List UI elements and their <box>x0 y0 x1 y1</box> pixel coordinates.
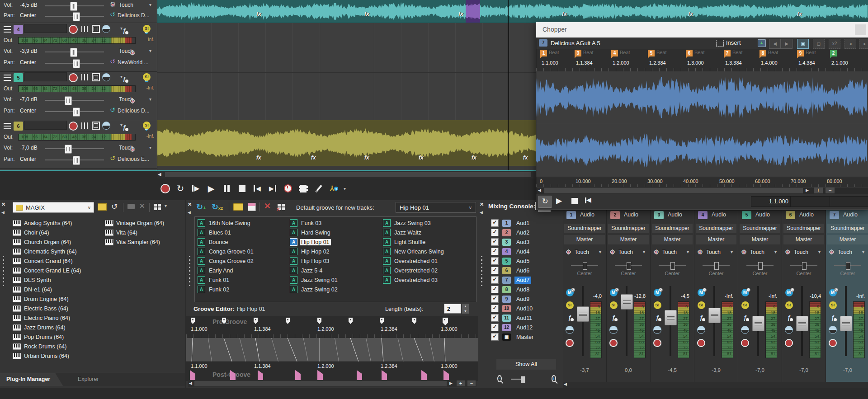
vol-value[interactable]: -3,9 dB <box>20 48 38 54</box>
output-device-button[interactable]: Soundmapper <box>740 224 780 233</box>
post-groove-marker[interactable] <box>357 370 362 380</box>
phase-icon[interactable] <box>102 25 110 33</box>
automation-mode-select[interactable]: Touch <box>696 248 736 257</box>
solo-icon[interactable]: S! <box>610 301 618 309</box>
strips-scrollbar[interactable]: ◀ <box>563 382 868 388</box>
channel-strip[interactable]: 4 Audio Soundmapper Master Touch Center <box>694 200 738 382</box>
groove-item[interactable]: AJazz Swing 02 <box>290 285 380 294</box>
playhead[interactable] <box>508 0 509 170</box>
pre-groove-marker[interactable] <box>412 318 416 324</box>
pan-slider-thumb[interactable] <box>627 262 631 270</box>
post-groove-area[interactable]: 1.1.0001.1.3841.2.0001.2.3841.3.000 Post… <box>186 361 478 381</box>
channel-strip[interactable]: 1 Audio Soundmapper Master Touch Center <box>563 200 607 382</box>
track-name-field[interactable] <box>24 24 67 33</box>
mixer-track-row[interactable]: 2 Aud2 <box>491 228 559 237</box>
drag-grip[interactable] <box>189 254 190 286</box>
pre-groove-marker[interactable] <box>286 318 290 324</box>
groove-item[interactable]: AHip Hop 03 <box>290 256 380 266</box>
mixer-track-row[interactable]: 11 Aud11 <box>491 313 559 323</box>
fx-chevron-icon[interactable] <box>120 25 123 31</box>
track-name[interactable]: Aud12 <box>514 324 534 331</box>
plugin-item[interactable]: Concert Grand (64) <box>13 256 103 266</box>
clone-groove-icon[interactable]: ↻x2 <box>212 202 223 212</box>
pan-slider-thumb[interactable] <box>73 156 80 165</box>
solo-icon[interactable]: S! <box>566 301 574 309</box>
close-icon[interactable]: ✕ <box>1 202 5 207</box>
mute-icon[interactable]: M <box>610 289 618 296</box>
arm-record-icon[interactable] <box>69 73 78 82</box>
freeze-arrow-icon[interactable]: ↺ <box>110 58 115 65</box>
channel-strip[interactable]: 5 Audio Soundmapper Master Touch Center <box>738 200 782 382</box>
clip-fx-icon[interactable]: fx <box>458 11 463 17</box>
pre-groove-ruler[interactable] <box>186 334 478 338</box>
collapse-icon[interactable]: ◀ <box>480 210 483 215</box>
play-from-start-button[interactable]: ▶ <box>190 183 202 194</box>
track-name[interactable]: Master <box>514 333 535 341</box>
drag-grip[interactable] <box>3 254 4 286</box>
zoom-slider[interactable] <box>511 379 525 380</box>
pan-slider-thumb[interactable] <box>73 59 80 68</box>
solo-icon[interactable]: S! <box>143 25 151 33</box>
refresh-button[interactable]: ↺ <box>111 202 118 211</box>
plugin-item[interactable]: Vita (64) <box>105 228 184 237</box>
mute-icon[interactable]: M <box>785 289 793 296</box>
close-icon[interactable]: ✕ <box>480 202 484 207</box>
post-groove-marker[interactable] <box>317 370 323 380</box>
clip-fx-icon[interactable]: fx <box>562 11 567 17</box>
arm-record-icon[interactable] <box>609 339 618 347</box>
fader-thumb[interactable] <box>752 316 764 331</box>
phase-icon[interactable] <box>785 326 793 334</box>
track-name[interactable]: Aud6 <box>514 267 531 274</box>
phase-icon[interactable] <box>829 326 837 334</box>
pan-slider-thumb[interactable] <box>73 12 80 21</box>
tab-explorer[interactable]: Explorer <box>69 373 108 386</box>
automation-settings-icon[interactable] <box>81 122 89 129</box>
channel-strip[interactable]: 2 Audio Soundmapper Master Touch Center <box>607 200 651 382</box>
groove-item[interactable]: A16th Note Swing <box>198 218 288 228</box>
vol-value[interactable]: -7,0 dB <box>20 96 38 103</box>
sample-ruler[interactable]: 010.00020.00030.00040.00050.00060.00070.… <box>536 177 868 187</box>
mixer-track-row[interactable]: 7 Aud7 <box>491 275 559 285</box>
freeze-arrow-icon[interactable]: ↺ <box>110 11 115 18</box>
pan-slider-thumb[interactable] <box>802 262 807 270</box>
remove-groove-from-tracks-icon[interactable]: ✕ <box>278 204 285 210</box>
play-button[interactable]: ▶ <box>205 183 217 194</box>
automation-mode-select[interactable]: Touch <box>609 248 648 257</box>
play-button[interactable]: ▶ <box>556 196 562 206</box>
region-icon[interactable] <box>92 122 100 130</box>
plugin-item[interactable]: Electric Bass (64) <box>13 304 103 313</box>
post-groove-marker[interactable] <box>190 370 195 380</box>
spin-down-icon[interactable]: ▼ <box>462 309 469 314</box>
groove-item[interactable]: AFunk 01 <box>198 275 288 285</box>
length-spinbox[interactable]: 2 <box>444 304 461 314</box>
prev-region-icon[interactable]: ◀ <box>769 39 781 49</box>
track-minimize-icon[interactable] <box>4 123 11 129</box>
arm-record-icon[interactable] <box>69 25 78 34</box>
output-bus-button[interactable]: Master <box>783 235 824 244</box>
solo-icon[interactable]: S! <box>785 301 793 309</box>
automation-mode-select[interactable]: Touch <box>740 248 780 257</box>
track-number-badge[interactable]: 6 <box>14 122 23 131</box>
go-to-end-button[interactable]: ▶ <box>267 183 278 194</box>
timeline-scrollbar[interactable]: ◀ <box>157 170 536 178</box>
pre-groove-marker[interactable] <box>254 318 258 324</box>
vol-slider-thumb[interactable] <box>65 145 72 154</box>
pan-value[interactable]: Center <box>20 108 36 114</box>
track-minimize-icon[interactable] <box>4 75 11 81</box>
track-checkbox[interactable] <box>491 324 499 331</box>
pan-value[interactable]: Center <box>20 59 36 66</box>
plugin-item[interactable]: Vita Sampler (64) <box>105 237 184 247</box>
automation-mode[interactable]: Touch <box>119 48 133 54</box>
loop-playback-button[interactable]: ↻ <box>175 183 186 194</box>
plugin-item[interactable]: Concert Grand LE (64) <box>13 266 103 275</box>
clip-fx-icon[interactable]: fx <box>797 11 802 17</box>
track-checkbox[interactable] <box>491 257 499 265</box>
track-name[interactable]: Aud2 <box>514 229 531 236</box>
delete-plugin-button[interactable]: ✕ <box>139 202 145 210</box>
track-name[interactable]: Aud11 <box>514 315 534 322</box>
chevron-down-icon[interactable] <box>149 47 151 54</box>
plugin-item[interactable]: Choir (64) <box>13 228 103 237</box>
collapse-icon[interactable]: ◀ <box>188 210 191 215</box>
collapse-icon[interactable]: ◀ <box>1 210 5 215</box>
pan-value[interactable]: Center <box>20 156 36 162</box>
